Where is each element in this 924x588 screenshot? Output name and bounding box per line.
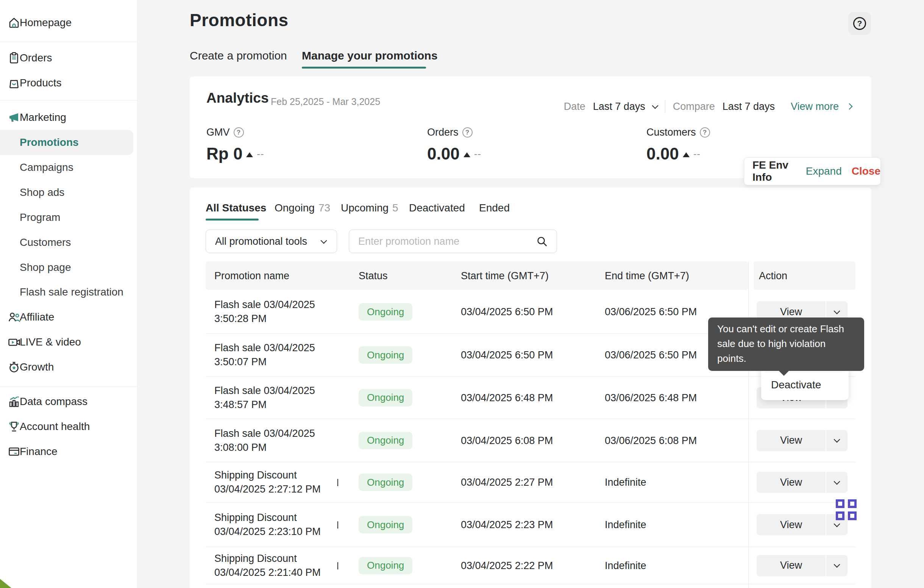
sidebar-item-flash-sale-registration[interactable]: Flash sale registration bbox=[0, 279, 137, 305]
sidebar-item-affiliate[interactable]: Affiliate bbox=[0, 305, 137, 330]
tab-create-promotion[interactable]: Create a promotion bbox=[190, 49, 287, 62]
sidebar-item-campaigns[interactable]: Campaigns bbox=[0, 155, 137, 180]
end-time: 03/06/2025 6:08 PM bbox=[605, 434, 697, 446]
status-badge: Ongoing bbox=[359, 432, 412, 449]
table-row: Flash sale 03/04/20253:48:57 PM Ongoing … bbox=[206, 377, 855, 419]
metric-gmv: GMV? Rp 0-- bbox=[206, 127, 264, 163]
promotion-name: Flash sale 03/04/20253:08:00 PM bbox=[214, 426, 315, 455]
view-dropdown-button[interactable] bbox=[826, 472, 848, 493]
table-row: Shipping Discount03/04/2025 2:23:10 PM O… bbox=[206, 503, 855, 547]
search-icon[interactable] bbox=[535, 235, 548, 248]
page-title: Promotions bbox=[190, 10, 289, 30]
search-input[interactable] bbox=[358, 236, 535, 248]
col-promotion-name: Promotion name bbox=[214, 270, 289, 281]
view-button[interactable]: View bbox=[757, 514, 825, 535]
chevron-down-icon bbox=[834, 308, 840, 314]
fe-env-label: FE Env Info bbox=[752, 159, 791, 183]
orders-value: 0.00 bbox=[427, 144, 460, 163]
chevron-down-icon bbox=[321, 237, 327, 244]
sidebar-item-growth[interactable]: Growth bbox=[0, 355, 137, 380]
metric-orders: Orders? 0.00-- bbox=[427, 127, 481, 163]
view-button[interactable]: View bbox=[757, 555, 825, 576]
sidebar-item-account-health[interactable]: Account health bbox=[0, 414, 137, 439]
table-header: Promotion name Status Start time (GMT+7)… bbox=[206, 261, 748, 290]
promo-tool-filter[interactable]: All promotional tools bbox=[206, 230, 337, 253]
question-circle-icon: ? bbox=[853, 17, 866, 30]
active-status-underline bbox=[206, 219, 259, 220]
promotion-name: Shipping Discount03/04/2025 2:27:12 PM bbox=[214, 468, 321, 496]
sidebar-item-orders[interactable]: Orders bbox=[0, 45, 137, 71]
fe-env-close-link[interactable]: Close bbox=[852, 165, 881, 177]
trend-up-icon bbox=[246, 152, 253, 157]
expand-row-chevron-icon[interactable] bbox=[335, 560, 340, 571]
compare-label: Compare bbox=[673, 101, 715, 112]
status-tab-upcoming[interactable]: Upcoming5 bbox=[341, 202, 398, 214]
tooltip-text: You can't edit or create Flash sale due … bbox=[717, 323, 844, 364]
sidebar-item-finance[interactable]: Finance bbox=[0, 439, 137, 464]
upcoming-count: 5 bbox=[392, 202, 398, 214]
question-circle-icon[interactable]: ? bbox=[234, 127, 244, 137]
table-header-action: Action bbox=[754, 261, 855, 290]
chevron-down-icon bbox=[834, 562, 840, 568]
customers-label: Customers bbox=[647, 127, 696, 138]
sidebar-item-homepage[interactable]: Homepage bbox=[0, 10, 137, 35]
sidebar-divider bbox=[0, 100, 137, 101]
start-time: 03/04/2025 6:08 PM bbox=[461, 434, 553, 446]
sidebar-item-shop-page[interactable]: Shop page bbox=[0, 255, 137, 280]
chevron-down-icon bbox=[834, 478, 840, 485]
active-tab-underline bbox=[302, 67, 426, 69]
status-tab-ongoing[interactable]: Ongoing73 bbox=[274, 202, 330, 214]
date-select[interactable]: Last 7 days bbox=[593, 101, 645, 112]
end-time: Indefinite bbox=[605, 477, 647, 488]
sidebar-item-shop-ads[interactable]: Shop ads bbox=[0, 180, 137, 205]
sidebar-item-program[interactable]: Program bbox=[0, 205, 137, 230]
table-row: Flash sale 03/04/20253:08:00 PM Ongoing … bbox=[206, 419, 855, 462]
customers-delta: -- bbox=[693, 148, 701, 160]
status-tab-all[interactable]: All Statuses bbox=[206, 202, 266, 214]
end-time: Indefinite bbox=[605, 560, 647, 571]
status-badge: Ongoing bbox=[359, 557, 412, 574]
status-badge: Ongoing bbox=[359, 474, 412, 491]
view-button[interactable]: View bbox=[757, 430, 825, 451]
violation-tooltip: You can't edit or create Flash sale due … bbox=[708, 317, 864, 371]
view-dropdown-button[interactable] bbox=[826, 430, 848, 451]
start-time: 03/04/2025 6:50 PM bbox=[461, 306, 553, 318]
chevron-right-icon bbox=[846, 103, 853, 110]
menu-divider bbox=[765, 372, 845, 372]
start-time: 03/04/2025 2:23 PM bbox=[461, 519, 553, 531]
question-circle-icon[interactable]: ? bbox=[700, 127, 710, 137]
sidebar-item-customers[interactable]: Customers bbox=[0, 230, 137, 255]
promotion-search bbox=[349, 230, 557, 253]
tab-manage-promotions[interactable]: Manage your promotions bbox=[302, 49, 437, 62]
sidebar-item-marketing[interactable]: Marketing bbox=[0, 105, 137, 130]
expand-row-chevron-icon[interactable] bbox=[335, 519, 340, 530]
help-button[interactable]: ? bbox=[848, 12, 871, 35]
start-time: 03/04/2025 2:27 PM bbox=[461, 477, 553, 488]
ongoing-count: 73 bbox=[318, 202, 330, 214]
status-badge: Ongoing bbox=[359, 346, 412, 364]
view-button[interactable]: View bbox=[757, 472, 825, 493]
sidebar-item-promotions[interactable]: Promotions bbox=[0, 130, 133, 155]
menu-item-deactivate[interactable]: Deactivate bbox=[761, 373, 849, 396]
status-badge: Ongoing bbox=[359, 389, 412, 406]
sidebar-item-products[interactable]: Products bbox=[0, 71, 137, 96]
table-row: Shipping Discount03/04/2025 2:21:40 PM O… bbox=[206, 547, 855, 584]
view-dropdown-button[interactable] bbox=[826, 555, 848, 576]
col-status: Status bbox=[359, 270, 388, 281]
compare-value: Last 7 days bbox=[723, 101, 775, 112]
sidebar-item-live-video[interactable]: LIVE & video bbox=[0, 330, 137, 355]
sidebar: Homepage Orders Products Marketing Promo… bbox=[0, 0, 137, 588]
col-end-time: End time (GMT+7) bbox=[605, 270, 689, 281]
status-tab-deactivated[interactable]: Deactivated bbox=[409, 202, 465, 214]
status-tab-ended[interactable]: Ended bbox=[479, 202, 510, 214]
corner-green-wedge bbox=[0, 579, 12, 588]
promotion-name: Flash sale 03/04/20253:50:28 PM bbox=[214, 298, 315, 326]
expand-row-chevron-icon[interactable] bbox=[335, 477, 340, 488]
question-circle-icon[interactable]: ? bbox=[462, 127, 473, 137]
promotion-name: Shipping Discount03/04/2025 2:21:40 PM bbox=[214, 552, 321, 580]
gmv-delta: -- bbox=[257, 148, 264, 160]
fe-env-expand-link[interactable]: Expand bbox=[806, 165, 842, 177]
end-time: 03/06/2025 6:50 PM bbox=[605, 306, 697, 318]
view-more-link[interactable]: View more bbox=[791, 101, 839, 112]
sidebar-item-data-compass[interactable]: Data compass bbox=[0, 389, 137, 414]
